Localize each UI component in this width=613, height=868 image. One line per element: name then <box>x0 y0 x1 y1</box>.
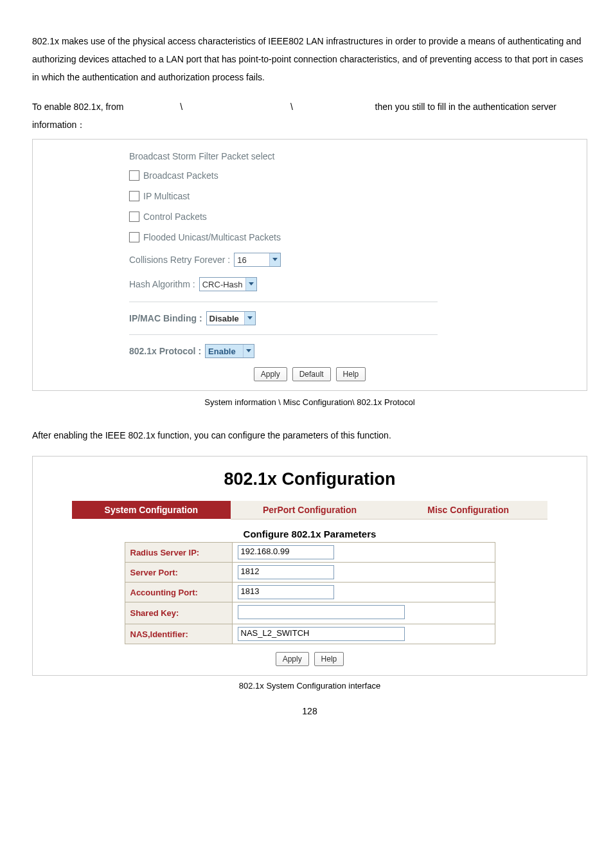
label-control-packets: Control Packets <box>143 212 207 222</box>
chevron-down-icon <box>269 253 280 266</box>
help-button[interactable]: Help <box>314 652 344 666</box>
label-broadcast: Broadcast Packets <box>143 170 218 181</box>
help-button[interactable]: Help <box>336 367 366 381</box>
misc-config-screenshot: Broadcast Storm Filter Packet select Bro… <box>32 139 587 391</box>
label-nas-identifier: NAS,Identifier: <box>125 624 232 644</box>
svg-marker-1 <box>249 282 254 285</box>
intro-paragraph-1: 802.1x makes use of the physical access … <box>32 32 587 86</box>
after-enabling-text: After enabling the IEEE 802.1x function,… <box>32 426 587 444</box>
label-accounting-port: Accounting Port: <box>125 583 232 602</box>
input-server-port[interactable]: 1812 <box>238 565 334 579</box>
page-number: 128 <box>32 706 587 716</box>
label-radius-ip: Radius Server IP: <box>125 543 232 563</box>
apply-button[interactable]: Apply <box>276 652 309 666</box>
hash-value: CRC-Hash <box>202 280 243 289</box>
checkbox-control-packets[interactable] <box>129 212 139 222</box>
default-button[interactable]: Default <box>292 367 331 381</box>
divider <box>129 334 438 335</box>
input-shared-key[interactable] <box>238 605 405 619</box>
collisions-value: 16 <box>237 255 267 265</box>
checkbox-flooded[interactable] <box>129 232 139 242</box>
chevron-down-icon <box>245 278 256 291</box>
p2-sep1: \ <box>180 102 182 112</box>
chevron-down-icon <box>243 345 254 357</box>
hash-label: Hash Algorithm : <box>129 279 195 289</box>
svg-marker-3 <box>246 349 251 352</box>
table-row: Radius Server IP: 192.168.0.99 <box>125 543 495 563</box>
label-flooded: Flooded Unicast/Multicast Packets <box>143 232 281 242</box>
svg-marker-2 <box>247 316 253 320</box>
figure-caption-2: 802.1x System Configuration interface <box>32 681 587 691</box>
page-title: 802.1x Configuration <box>33 469 587 489</box>
table-row: Server Port: 1812 <box>125 563 495 583</box>
dot1x-select[interactable]: Enable <box>205 344 254 358</box>
p2-a: To enable 802.1x, from <box>32 102 126 112</box>
ipmac-label: IP/MAC Binding : <box>129 313 202 323</box>
dot1x-label: 802.1x Protocol : <box>129 346 201 356</box>
dot1x-value: Enable <box>208 347 240 356</box>
table-row: Accounting Port: 1813 <box>125 583 495 602</box>
figure-caption-1: System information \ Misc Configuration\… <box>32 397 587 407</box>
section-heading: Configure 802.1x Parameters <box>33 529 587 539</box>
divider <box>129 302 438 302</box>
input-nas-identifier[interactable]: NAS_L2_SWITCH <box>238 627 405 641</box>
label-shared-key: Shared Key: <box>125 602 232 624</box>
apply-button[interactable]: Apply <box>254 367 287 381</box>
p2-sep2: \ <box>290 102 293 112</box>
checkbox-broadcast[interactable] <box>129 170 139 181</box>
table-row: NAS,Identifier: NAS_L2_SWITCH <box>125 624 495 644</box>
checkbox-ip-multicast[interactable] <box>129 191 139 201</box>
label-server-port: Server Port: <box>125 563 232 583</box>
tab-bar: System Configuration PerPort Configurati… <box>72 501 547 520</box>
tab-misc-configuration[interactable]: Misc Configuration <box>389 501 547 520</box>
ipmac-select[interactable]: Disable <box>206 311 256 325</box>
table-row: Shared Key: <box>125 602 495 624</box>
input-accounting-port[interactable]: 1813 <box>238 585 334 599</box>
hash-select[interactable]: CRC-Hash <box>199 277 257 291</box>
chevron-down-icon <box>244 312 255 325</box>
tab-perport-configuration[interactable]: PerPort Configuration <box>231 501 389 520</box>
dot1x-config-screenshot: 802.1x Configuration System Configuratio… <box>32 456 587 676</box>
collisions-select[interactable]: 16 <box>234 253 281 267</box>
input-radius-ip[interactable]: 192.168.0.99 <box>238 545 334 559</box>
storm-filter-title: Broadcast Storm Filter Packet select <box>129 151 587 161</box>
ipmac-value: Disable <box>209 314 242 323</box>
tab-system-configuration[interactable]: System Configuration <box>72 501 231 519</box>
collisions-label: Collisions Retry Forever : <box>129 255 230 265</box>
parameters-table: Radius Server IP: 192.168.0.99 Server Po… <box>125 542 495 644</box>
svg-marker-0 <box>272 258 278 261</box>
label-ip-multicast: IP Multicast <box>143 191 190 201</box>
intro-paragraph-2: To enable 802.1x, from \ \ then you stil… <box>32 98 587 134</box>
